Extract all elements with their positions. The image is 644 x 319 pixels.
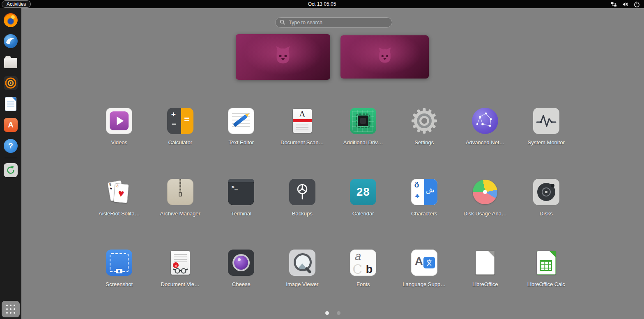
show-applications-button[interactable] xyxy=(2,301,20,317)
libreoffice-icon xyxy=(472,250,498,276)
app-system-monitor[interactable]: System Monitor xyxy=(516,108,577,179)
page-dot-2[interactable] xyxy=(337,311,340,315)
app-disks[interactable]: Disks xyxy=(516,179,577,250)
app-label: Calculator xyxy=(168,139,192,146)
app-label: Archive Manager xyxy=(160,210,200,217)
calendar-icon: 28 xyxy=(350,179,376,205)
cjk-glyph-icon xyxy=(423,257,435,268)
app-aisleriot[interactable]: 5 ♠ 8 ♥ AisleRiot Solita… xyxy=(89,179,150,250)
clock[interactable]: Oct 13 05:05 xyxy=(0,1,644,7)
top-bar: Activities Oct 13 05:05 xyxy=(0,0,644,8)
apps-grid-icon xyxy=(6,305,15,314)
page-dot-1[interactable] xyxy=(325,311,329,315)
dock-item-help[interactable]: ? xyxy=(2,138,19,154)
app-document-scanner[interactable]: A Document Scan… xyxy=(272,108,333,179)
app-label: Terminal xyxy=(231,210,251,217)
disks-icon xyxy=(533,179,559,205)
ubuntu-software-icon: A xyxy=(4,118,18,132)
dock: A ? xyxy=(0,8,21,319)
videos-icon xyxy=(106,108,132,134)
app-image-viewer[interactable]: Image Viewer xyxy=(272,250,333,319)
app-libreoffice-calc[interactable]: LibreOffice Calc xyxy=(516,250,577,319)
app-calculator[interactable]: + − = Calculator xyxy=(150,108,211,179)
app-label: Image Viewer xyxy=(286,281,318,287)
terminal-icon: >_ xyxy=(228,179,254,205)
page-indicator xyxy=(21,311,644,315)
app-characters[interactable]: ö ♣ ش Characters xyxy=(394,179,455,250)
app-language-support[interactable]: A Language Supp… xyxy=(394,250,455,319)
workspace-thumbnail-2[interactable] xyxy=(340,35,429,79)
app-cheese[interactable]: Cheese xyxy=(211,250,272,319)
app-grid: Videos + − = Calculator Text Editor A Do… xyxy=(89,108,577,319)
app-screenshot[interactable]: Screenshot xyxy=(89,250,150,319)
app-label: Calendar xyxy=(352,210,374,217)
workspace-thumbnail-1[interactable] xyxy=(236,34,330,80)
dock-separator xyxy=(5,158,17,158)
app-label: Language Supp… xyxy=(402,281,446,287)
rhythmbox-icon xyxy=(4,76,18,90)
archive-manager-icon xyxy=(167,179,193,205)
app-label: LibreOffice Calc xyxy=(527,281,565,287)
dock-item-thunderbird[interactable] xyxy=(2,33,19,49)
app-document-viewer[interactable]: e Document Vie… xyxy=(150,250,211,319)
search-bar[interactable] xyxy=(275,17,392,28)
language-support-icon: A xyxy=(411,250,437,276)
app-calendar[interactable]: 28 Calendar xyxy=(333,179,394,250)
app-archive-manager[interactable]: Archive Manager xyxy=(150,179,211,250)
app-label: Additional Driv… xyxy=(343,139,383,146)
document-scanner-icon: A xyxy=(289,108,315,134)
additional-drivers-icon xyxy=(350,108,376,134)
settings-gear-icon xyxy=(411,108,437,134)
dock-item-software-updater[interactable] xyxy=(2,162,19,178)
app-label: Document Vie… xyxy=(161,281,200,287)
files-folder-icon xyxy=(4,58,17,68)
app-settings[interactable]: Settings xyxy=(394,108,455,179)
app-libreoffice[interactable]: LibreOffice xyxy=(455,250,516,319)
app-label: Fonts xyxy=(356,281,370,287)
app-fonts[interactable]: a C b Fonts xyxy=(333,250,394,319)
app-label: Text Editor xyxy=(229,139,254,146)
app-videos[interactable]: Videos xyxy=(89,108,150,179)
app-label: Disk Usage Ana… xyxy=(464,210,507,217)
document-viewer-icon: e xyxy=(167,250,193,276)
dock-item-files[interactable] xyxy=(2,54,19,70)
dock-item-rhythmbox[interactable] xyxy=(2,75,19,91)
mascot-wallpaper-icon xyxy=(374,46,396,67)
help-icon: ? xyxy=(4,139,18,153)
app-advanced-network[interactable]: Advanced Net… xyxy=(455,108,516,179)
disk-usage-pie-icon xyxy=(473,180,497,204)
firefox-icon xyxy=(4,13,18,27)
app-label: Backups xyxy=(292,210,313,217)
image-viewer-icon xyxy=(289,250,315,276)
app-label: Document Scan… xyxy=(281,139,324,146)
app-backups[interactable]: Backups xyxy=(272,179,333,250)
system-tray[interactable] xyxy=(611,0,640,8)
software-letter: A xyxy=(8,120,14,129)
power-icon[interactable] xyxy=(634,1,640,7)
app-label: Videos xyxy=(111,139,127,146)
libreoffice-writer-icon xyxy=(5,97,16,111)
network-icon[interactable] xyxy=(611,1,617,7)
software-updater-icon xyxy=(4,163,18,177)
dock-item-libreoffice-writer[interactable] xyxy=(2,96,19,112)
app-label: Advanced Net… xyxy=(466,139,505,146)
app-terminal[interactable]: >_ Terminal xyxy=(211,179,272,250)
aisleriot-cards-icon: 5 ♠ 8 ♥ xyxy=(106,179,132,205)
backups-icon xyxy=(289,179,315,205)
app-label: Disks xyxy=(540,210,553,217)
cheese-camera-icon xyxy=(228,250,254,276)
volume-icon[interactable] xyxy=(622,1,628,7)
text-editor-icon xyxy=(228,108,254,134)
app-label: LibreOffice xyxy=(472,281,498,287)
screenshot-icon xyxy=(106,250,132,276)
calculator-icon: + − = xyxy=(167,108,193,134)
app-label: Settings xyxy=(414,139,434,146)
app-disk-usage-analyzer[interactable]: Disk Usage Ana… xyxy=(455,179,516,250)
app-label: Screenshot xyxy=(106,281,133,287)
app-additional-drivers[interactable]: Additional Driv… xyxy=(333,108,394,179)
app-text-editor[interactable]: Text Editor xyxy=(211,108,272,179)
dock-item-firefox[interactable] xyxy=(2,12,19,28)
dock-item-ubuntu-software[interactable]: A xyxy=(2,117,19,133)
search-input[interactable] xyxy=(288,19,388,26)
fonts-icon: a C b xyxy=(350,250,376,276)
